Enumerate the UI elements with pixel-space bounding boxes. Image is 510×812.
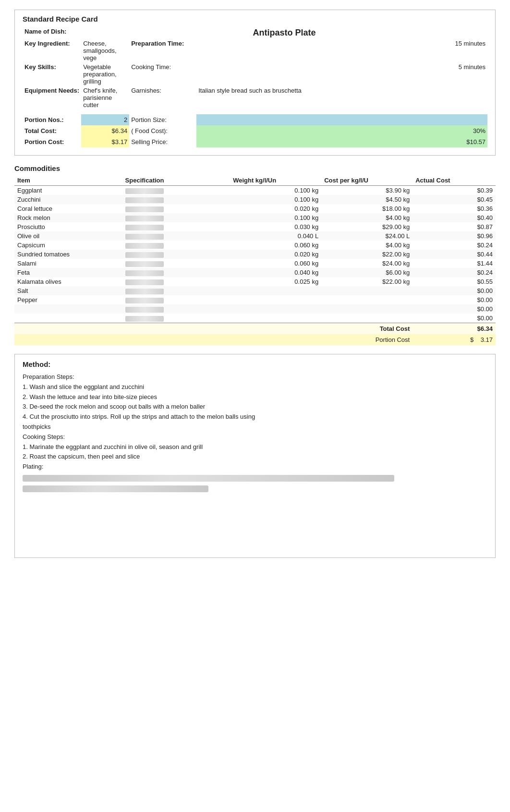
key-ingredient-row: Key Ingredient: Cheese, smallgoods, vege… [23, 39, 487, 62]
table-row[interactable]: Capsicum 0.060 kg $4.00 kg $0.24 [14, 241, 496, 250]
actual-cost-cell: $0.87 [413, 222, 496, 231]
total-cost-footer-value: $6.34 [413, 323, 496, 335]
header-weight: Weight kg/l/Un [230, 175, 321, 186]
commodities-title: Commodities [14, 164, 496, 172]
portion-cost-footer-label: Portion Cost [321, 334, 413, 345]
table-row[interactable]: Prosciutto 0.030 kg $29.00 kg $0.87 [14, 222, 496, 231]
weight-cell: 0.040 kg [230, 268, 321, 277]
weight-cell: 0.020 kg [230, 250, 321, 259]
cost-per-cell: $24.00 kg [321, 259, 413, 268]
spec-cell [122, 277, 231, 286]
table-row[interactable]: Salt $0.00 [14, 286, 496, 295]
cost-per-cell [321, 304, 413, 314]
portion-cost-value: $3.17 [81, 136, 129, 147]
spec-cell [122, 186, 231, 195]
spec-cell [122, 213, 231, 222]
preparation-time-value: 15 minutes [196, 39, 487, 62]
item-cell [14, 304, 122, 314]
key-skills-label: Key Skills: [23, 62, 81, 86]
method-step: toothpicks [23, 422, 487, 432]
item-cell: Prosciutto [14, 222, 122, 231]
card-title: Standard Recipe Card [23, 15, 487, 23]
actual-cost-cell: $0.00 [413, 286, 496, 295]
table-row[interactable]: Salami 0.060 kg $24.00 kg $1.44 [14, 259, 496, 268]
portion-cost-label: Portion Cost: [23, 136, 81, 147]
key-ingredient-label: Key Ingredient: [23, 39, 81, 62]
key-skills-row: Key Skills: Vegetable preparation, grill… [23, 62, 487, 86]
portion-cost-footer-value: $ 3.17 [413, 334, 496, 345]
table-row[interactable]: Olive oil 0.040 L $24.00 L $0.96 [14, 231, 496, 241]
spec-cell [122, 231, 231, 241]
total-cost-value: $6.34 [81, 125, 129, 136]
commodities-footer: Total Cost $6.34 Portion Cost $ 3.17 [14, 323, 496, 346]
portion-nos-value[interactable]: 2 [81, 114, 129, 125]
actual-cost-cell: $0.24 [413, 268, 496, 277]
portion-cost-amount: 3.17 [481, 336, 493, 343]
weight-cell [230, 304, 321, 314]
actual-cost-cell: $0.45 [413, 195, 496, 204]
table-row[interactable]: $0.00 [14, 314, 496, 323]
item-cell: Rock melon [14, 213, 122, 222]
weight-cell: 0.060 kg [230, 259, 321, 268]
table-row[interactable]: $0.00 [14, 304, 496, 314]
header-specification: Specification [122, 175, 231, 186]
item-cell: Coral lettuce [14, 204, 122, 213]
actual-cost-cell: $0.24 [413, 241, 496, 250]
preparation-time-label: Preparation Time: [129, 39, 196, 62]
weight-cell: 0.100 kg [230, 186, 321, 195]
table-row[interactable]: Feta 0.040 kg $6.00 kg $0.24 [14, 268, 496, 277]
item-cell: Pepper [14, 295, 122, 304]
actual-cost-cell: $0.96 [413, 231, 496, 241]
selling-price-label: Selling Price: [129, 136, 196, 147]
food-cost-value: 30% [196, 125, 487, 136]
method-content: Preparation Steps:1. Wash and slice the … [23, 372, 487, 472]
table-row[interactable]: Coral lettuce 0.020 kg $18.00 kg $0.36 [14, 204, 496, 213]
recipe-card: Standard Recipe Card Name of Dish: Antip… [14, 10, 496, 156]
actual-cost-cell: $0.44 [413, 250, 496, 259]
portion-size-value[interactable] [196, 114, 487, 125]
spec-cell [122, 314, 231, 323]
spec-cell [122, 241, 231, 250]
spec-cell [122, 268, 231, 277]
weight-cell: 0.060 kg [230, 241, 321, 250]
table-row[interactable]: Zucchini 0.100 kg $4.50 kg $0.45 [14, 195, 496, 204]
item-cell: Capsicum [14, 241, 122, 250]
weight-cell: 0.100 kg [230, 213, 321, 222]
method-step: 2. Roast the capsicum, then peel and sli… [23, 452, 487, 462]
cost-per-cell: $4.00 kg [321, 213, 413, 222]
table-row[interactable]: Eggplant 0.100 kg $3.90 kg $0.39 [14, 186, 496, 195]
actual-cost-cell: $0.36 [413, 204, 496, 213]
cooking-time-label: Cooking Time: [129, 62, 196, 86]
cost-per-cell: $22.00 kg [321, 250, 413, 259]
spec-cell [122, 304, 231, 314]
actual-cost-cell: $0.39 [413, 186, 496, 195]
commodities-section: Commodities Item Specification Weight kg… [14, 164, 496, 345]
table-row[interactable]: Kalamata olives 0.025 kg $22.00 kg $0.55 [14, 277, 496, 286]
spec-cell [122, 204, 231, 213]
cost-per-cell: $29.00 kg [321, 222, 413, 231]
dish-label: Name of Dish: [23, 27, 81, 39]
actual-cost-cell: $0.00 [413, 304, 496, 314]
item-cell [14, 314, 122, 323]
method-card: Method: Preparation Steps:1. Wash and sl… [14, 354, 496, 558]
table-row[interactable]: Pepper $0.00 [14, 295, 496, 304]
actual-cost-cell: $0.55 [413, 277, 496, 286]
actual-cost-cell: $1.44 [413, 259, 496, 268]
food-cost-label: ( Food Cost): [129, 125, 196, 136]
table-row[interactable]: Rock melon 0.100 kg $4.00 kg $0.40 [14, 213, 496, 222]
commodities-table: Item Specification Weight kg/l/Un Cost p… [14, 175, 496, 345]
weight-cell: 0.100 kg [230, 195, 321, 204]
actual-cost-cell: $0.00 [413, 295, 496, 304]
cost-per-cell: $4.00 kg [321, 241, 413, 250]
spec-cell [122, 250, 231, 259]
cost-per-cell [321, 314, 413, 323]
total-cost-footer-label: Total Cost [321, 323, 413, 335]
key-ingredient-value: Cheese, smallgoods, vege [81, 39, 129, 62]
cost-per-cell: $3.90 kg [321, 186, 413, 195]
cost-per-cell [321, 295, 413, 304]
table-row[interactable]: Sundried tomatoes 0.020 kg $22.00 kg $0.… [14, 250, 496, 259]
equipment-label: Equipment Needs: [23, 86, 81, 109]
method-step: 2. Wash the lettuce and tear into bite-s… [23, 392, 487, 402]
key-skills-value: Vegetable preparation, grilling [81, 62, 129, 86]
cost-per-cell: $24.00 L [321, 231, 413, 241]
